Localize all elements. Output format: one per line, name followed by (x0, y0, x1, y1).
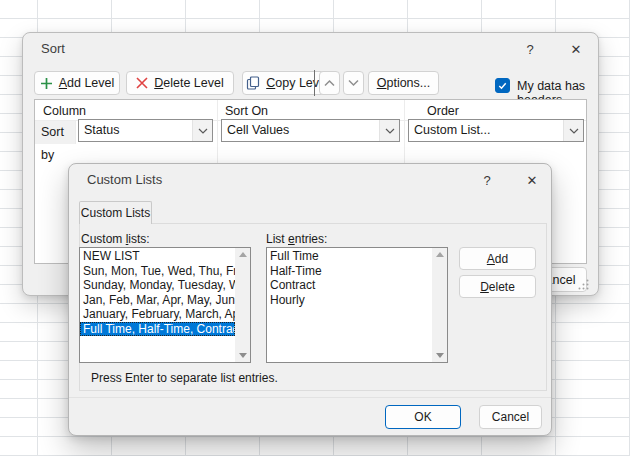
sort-dialog-title: Sort (41, 41, 65, 56)
help-button[interactable]: ? (520, 39, 540, 59)
add-level-label: Add Level (59, 76, 115, 90)
list-item[interactable]: Full Time, Half-Time, Contract, (80, 322, 235, 337)
help-icon: ? (483, 173, 490, 188)
list-entries-listbox[interactable]: Full TimeHalf-TimeContractHourly (266, 247, 448, 363)
list-item[interactable]: Half-Time (267, 264, 432, 279)
scroll-down-icon[interactable] (239, 353, 247, 358)
move-up-button[interactable] (319, 71, 340, 95)
delete-level-label: Delete Level (154, 76, 224, 90)
column-header: Column (43, 102, 86, 120)
list-entries-label: List entries: (266, 232, 327, 246)
chevron-up-icon (324, 79, 335, 87)
options-button[interactable]: Options... (368, 71, 439, 95)
dropdown-chevron[interactable] (192, 120, 212, 141)
copy-icon (246, 76, 260, 90)
list-item[interactable]: Sunday, Monday, Tuesday, We (80, 278, 235, 293)
delete-label: Delete (480, 280, 515, 294)
chevron-down-icon (348, 79, 359, 87)
delete-level-button[interactable]: Delete Level (126, 71, 234, 95)
checkmark-icon (497, 80, 508, 91)
close-button[interactable]: ✕ (522, 170, 542, 190)
column-dropdown-value: Status (79, 120, 192, 141)
cancel-button[interactable]: Cancel (479, 405, 542, 429)
cancel-label: Cancel (492, 410, 529, 424)
red-x-icon (136, 77, 148, 89)
tab-custom-lists[interactable]: Custom Lists (79, 201, 152, 224)
footer-divider (69, 397, 551, 398)
help-icon: ? (526, 42, 533, 57)
hint-text: Press Enter to separate list entries. (91, 371, 278, 385)
scroll-up-icon[interactable] (436, 252, 444, 257)
tab-label: Custom Lists (81, 206, 150, 220)
add-level-button[interactable]: Add Level (34, 71, 120, 95)
order-dropdown[interactable]: Custom List... (408, 119, 584, 142)
custom-lists-dialog: Custom Lists ? ✕ Custom Lists Custom lis… (68, 163, 552, 436)
dropdown-chevron[interactable] (563, 120, 583, 141)
add-label: Add (487, 252, 508, 266)
list-item[interactable]: NEW LIST (80, 249, 235, 264)
order-dropdown-value: Custom List... (409, 120, 563, 141)
ok-button[interactable]: OK (385, 405, 461, 429)
close-button[interactable]: ✕ (566, 39, 586, 59)
custom-lists-label: Custom lists: (81, 232, 150, 246)
list-item[interactable]: Full Time (267, 249, 432, 264)
ok-label: OK (414, 410, 431, 424)
scroll-up-icon[interactable] (239, 252, 247, 257)
sort-on-dropdown[interactable]: Cell Values (221, 119, 400, 142)
list-item[interactable]: Hourly (267, 293, 432, 308)
scrollbar[interactable] (235, 248, 250, 362)
scroll-down-icon[interactable] (436, 353, 444, 358)
list-item[interactable]: Jan, Feb, Mar, Apr, May, Jun, Ju (80, 293, 235, 308)
move-down-button[interactable] (343, 71, 364, 95)
resize-grip[interactable] (578, 279, 589, 290)
custom-lists-listbox[interactable]: NEW LISTSun, Mon, Tue, Wed, Thu, Fri, SS… (79, 247, 251, 363)
list-item[interactable]: Contract (267, 278, 432, 293)
chevron-down-icon (385, 128, 395, 134)
plus-icon (40, 77, 53, 90)
list-item[interactable]: January, February, March, Apri (80, 307, 235, 322)
my-data-has-headers-checkbox[interactable] (495, 78, 510, 93)
list-item[interactable]: Sun, Mon, Tue, Wed, Thu, Fri, S (80, 264, 235, 279)
chevron-down-icon (569, 128, 579, 134)
chevron-down-icon (198, 128, 208, 134)
dropdown-chevron[interactable] (379, 120, 399, 141)
help-button[interactable]: ? (477, 170, 497, 190)
custom-lists-dialog-title: Custom Lists (87, 172, 162, 187)
toolbar-separator (314, 70, 315, 96)
delete-button[interactable]: Delete (459, 275, 536, 298)
add-button[interactable]: Add (459, 247, 536, 270)
sort-on-dropdown-value: Cell Values (222, 120, 379, 141)
close-icon: ✕ (527, 173, 538, 188)
close-icon: ✕ (571, 42, 582, 57)
scrollbar[interactable] (432, 248, 447, 362)
sort-on-header: Sort On (225, 102, 268, 120)
order-header: Order (427, 102, 459, 120)
sort-by-label: Sort by (35, 121, 76, 144)
column-dropdown[interactable]: Status (78, 119, 213, 142)
options-label: Options... (377, 76, 431, 90)
